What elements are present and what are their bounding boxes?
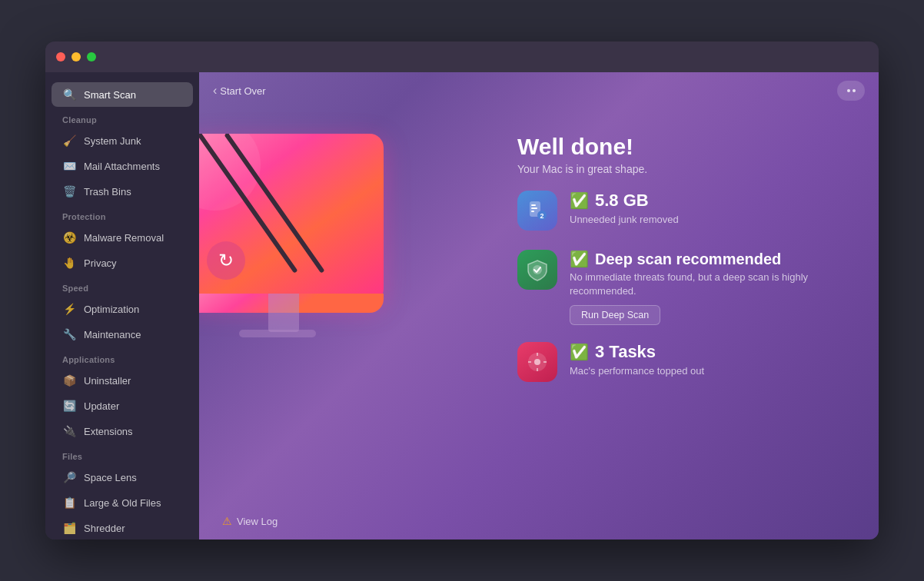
trash-icon: 🗑️ [62,184,76,198]
tasks-value: ✅ 3 Tasks [570,342,856,362]
section-protection: Protection [45,204,199,224]
large-files-icon: 📋 [62,496,76,510]
titlebar [45,42,879,72]
tasks-count: 3 Tasks [595,342,656,362]
shredder-icon: 🗂️ [62,521,76,535]
sidebar-label-privacy: Privacy [84,257,117,269]
app-window: 🔍 Smart Scan Cleanup 🧹 System Junk ✉️ Ma… [45,42,879,540]
sidebar-item-system-junk[interactable]: 🧹 System Junk [52,128,193,153]
result-header: Well done! Your Mac is in great shape. [517,134,856,175]
tasks-check-icon: ✅ [570,343,589,361]
deep-scan-check-icon: ✅ [570,250,589,268]
sidebar-item-malware-removal[interactable]: ☣️ Malware Removal [52,225,193,250]
content-area: ‹ Start Over ↻ [199,72,879,540]
sidebar-label-smart-scan: Smart Scan [84,89,136,101]
results-panel: Well done! Your Mac is in great shape. 2 [517,134,856,401]
tasks-text: ✅ 3 Tasks Mac's performance topped out [570,342,856,384]
junk-value: ✅ 5.8 GB [570,191,856,211]
sidebar-item-space-lens[interactable]: 🔎 Space Lens [52,465,193,490]
refresh-icon: ↻ [207,241,245,280]
sidebar-label-space-lens: Space Lens [84,472,137,483]
sidebar-item-mail-attachments[interactable]: ✉️ Mail Attachments [52,154,193,178]
section-applications: Applications [45,347,199,367]
svg-point-8 [534,359,540,365]
shield-icon [525,257,550,282]
deep-scan-desc: No immediate threats found, but a deep s… [570,271,856,298]
svg-rect-2 [531,208,537,209]
sidebar-label-optimization: Optimization [84,304,139,315]
sidebar-label-large-old-files: Large & Old Files [84,497,161,509]
view-log-label: View Log [237,516,278,527]
section-files: Files [45,444,199,464]
space-lens-icon: 🔎 [62,470,76,484]
result-title: Well done! [517,134,856,160]
result-subtitle: Your Mac is in great shape. [517,163,856,175]
tasks-desc: Mac's performance topped out [570,364,856,378]
smart-scan-icon: 🔍 [62,88,76,101]
sidebar: 🔍 Smart Scan Cleanup 🧹 System Junk ✉️ Ma… [45,72,199,540]
optimization-icon: ⚡ [62,302,76,316]
sidebar-label-trash-bins: Trash Bins [84,186,131,198]
warning-icon: ⚠ [222,515,232,527]
maximize-button[interactable] [87,52,96,61]
sidebar-label-uninstaller: Uninstaller [84,375,131,387]
sidebar-item-smart-scan[interactable]: 🔍 Smart Scan [52,82,193,107]
tasks-icon-wrap [517,342,557,382]
deep-scan-title: Deep scan recommended [595,251,781,268]
sidebar-item-trash-bins[interactable]: 🗑️ Trash Bins [52,179,193,204]
main-content: 🔍 Smart Scan Cleanup 🧹 System Junk ✉️ Ma… [45,72,879,540]
sidebar-item-large-old-files[interactable]: 📋 Large & Old Files [52,490,193,515]
sidebar-item-optimization[interactable]: ⚡ Optimization [52,297,193,321]
sidebar-item-privacy[interactable]: 🤚 Privacy [52,251,193,275]
view-log-button[interactable]: ⚠ View Log [222,515,278,527]
sidebar-label-shredder: Shredder [84,523,125,534]
back-arrow-icon: ‹ [213,84,217,98]
junk-icon-wrap: 2 [517,191,557,231]
system-junk-icon: 🧹 [62,134,76,148]
sidebar-label-updater: Updater [84,400,119,412]
svg-rect-1 [531,204,536,206]
back-label: Start Over [220,85,265,97]
junk-desc: Unneeded junk removed [570,213,856,227]
result-item-junk: 2 ✅ 5.8 GB Unneeded junk removed [517,191,856,233]
topbar: ‹ Start Over [199,72,879,109]
close-button[interactable] [56,52,65,61]
traffic-lights [56,52,96,61]
run-deep-scan-button[interactable]: Run Deep Scan [570,305,660,325]
mail-icon: ✉️ [62,159,76,173]
deep-scan-icon-wrap [517,250,557,290]
junk-icon: 2 [525,198,550,223]
deep-scan-text: ✅ Deep scan recommended No immediate thr… [570,250,856,324]
malware-icon: ☣️ [62,231,76,244]
dot-1 [847,89,850,92]
sidebar-item-uninstaller[interactable]: 📦 Uninstaller [52,368,193,393]
imac-stand [268,294,299,332]
junk-check-icon: ✅ [570,191,589,210]
sidebar-label-mail-attachments: Mail Attachments [84,161,160,172]
uninstaller-icon: 📦 [62,374,76,387]
junk-text: ✅ 5.8 GB Unneeded junk removed [570,191,856,233]
menu-dots-button[interactable] [837,81,865,101]
sidebar-item-extensions[interactable]: 🔌 Extensions [52,419,193,443]
privacy-icon: 🤚 [62,256,76,270]
imac-screen: ↻ [199,134,384,303]
sidebar-label-maintenance: Maintenance [84,329,141,340]
extensions-icon: 🔌 [62,424,76,438]
sidebar-item-shredder[interactable]: 🗂️ Shredder [52,516,193,540]
result-item-tasks: ✅ 3 Tasks Mac's performance topped out [517,342,856,384]
minimize-button[interactable] [71,52,81,61]
sidebar-item-updater[interactable]: 🔄 Updater [52,393,193,418]
section-speed: Speed [45,276,199,296]
maintenance-icon: 🔧 [62,327,76,341]
deep-scan-value: ✅ Deep scan recommended [570,250,856,268]
junk-size: 5.8 GB [595,191,649,211]
dot-2 [853,89,856,92]
svg-rect-3 [531,211,534,212]
sidebar-item-maintenance[interactable]: 🔧 Maintenance [52,322,193,347]
imac-base [239,330,316,337]
tasks-icon [525,350,550,374]
mac-illustration: ↻ [199,118,437,426]
back-button[interactable]: ‹ Start Over [213,84,266,98]
svg-text:2: 2 [540,212,543,220]
sidebar-label-system-junk: System Junk [84,135,141,147]
